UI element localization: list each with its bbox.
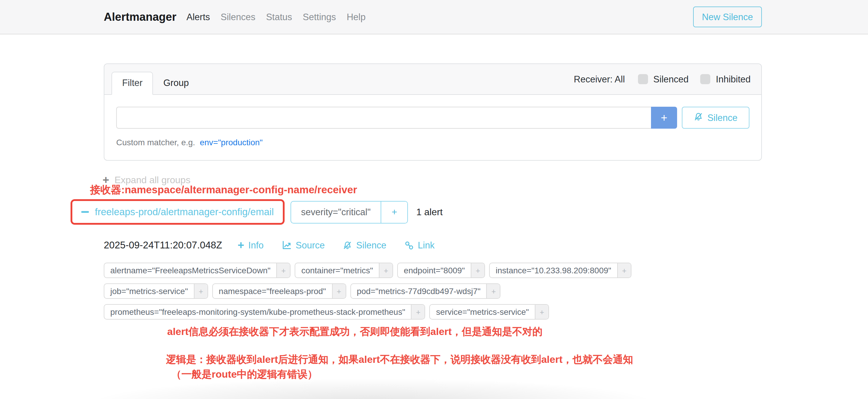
alert-count: 1 alert [416, 207, 443, 217]
annotation-logic-note: 逻辑是：接收器收到alert后进行通知，如果alert不在接收器下，说明接收器没… [166, 353, 633, 366]
filter-card: Filter Group Receiver: All Silenced Inhi… [104, 63, 762, 161]
matcher-help-text: Custom matcher, e.g. [116, 137, 195, 147]
add-label-filter-button[interactable]: + [411, 305, 425, 319]
label-text: prometheus="freeleaps-monitoring-system/… [104, 305, 411, 319]
bell-slash-icon [343, 240, 352, 250]
add-label-filter-button[interactable]: + [194, 284, 208, 298]
labels-row-2: job="metrics-service" + namespace="freel… [104, 283, 636, 299]
tab-filter[interactable]: Filter [112, 72, 153, 95]
label-text: pod="metrics-77d9cdb497-wdsj7" [351, 284, 487, 298]
nav-item-silences[interactable]: Silences [215, 11, 260, 22]
silence-button-label: Silence [707, 112, 738, 123]
bell-slash-icon [694, 112, 703, 124]
filter-card-body: + Silence Custom matcher, e.g. env="prod… [104, 95, 761, 159]
label-tag-endpoint: endpoint="8009" + [397, 263, 485, 278]
receiver-filter-label[interactable]: Receiver: All [574, 74, 625, 85]
label-tag-instance: instance="10.233.98.209:8009" + [489, 263, 631, 278]
group-matcher-add-button[interactable]: + [381, 201, 407, 223]
label-tag-namespace: namespace="freeleaps-prod" + [212, 283, 346, 299]
add-label-filter-button[interactable]: + [332, 284, 345, 298]
plus-icon: + [238, 240, 244, 250]
label-text: container="metrics" [295, 263, 379, 277]
nav-item-settings[interactable]: Settings [297, 11, 341, 22]
label-tag-prometheus: prometheus="freeleaps-monitoring-system/… [104, 304, 425, 319]
matcher-help: Custom matcher, e.g. env="production" [116, 137, 749, 147]
label-text: instance="10.233.98.209:8009" [490, 263, 617, 277]
navbar: Alertmanager Alerts Silences Status Sett… [0, 0, 868, 34]
filter-header-controls: Receiver: All Silenced Inhibited [574, 74, 754, 85]
info-action[interactable]: + Info [238, 240, 264, 250]
add-label-filter-button[interactable]: + [535, 305, 549, 319]
chart-line-icon [281, 240, 291, 250]
alert-labels: alertname="FreeleapsMetricsServiceDown" … [104, 263, 636, 325]
label-tag-job: job="metrics-service" + [104, 283, 208, 299]
nav-links: Alerts Silences Status Settings Help [181, 11, 371, 22]
alert-timestamp: 2025-09-24T11:20:07.048Z [104, 240, 222, 251]
nav-item-status[interactable]: Status [260, 11, 297, 22]
add-matcher-button[interactable]: + [651, 107, 677, 129]
annotation-highlight-box: freeleaps-prod/alertmanager-config/email [70, 199, 285, 225]
silence-action-label: Silence [356, 240, 386, 250]
tab-group[interactable]: Group [153, 72, 199, 94]
filter-card-header: Filter Group Receiver: All Silenced Inhi… [104, 64, 761, 95]
add-label-filter-button[interactable]: + [379, 263, 393, 277]
nav-item-alerts[interactable]: Alerts [181, 11, 215, 22]
source-action-label: Source [296, 240, 324, 250]
annotation-receiver-note: 接收器:namespace/altermanager-config-name/r… [90, 183, 357, 197]
add-label-filter-button[interactable]: + [487, 284, 500, 298]
silence-action[interactable]: Silence [343, 240, 386, 250]
link-chain-icon [404, 240, 413, 250]
new-silence-button[interactable]: New Silence [693, 6, 762, 27]
app-brand: Alertmanager [104, 10, 176, 23]
alert-group-row: freeleaps-prod/alertmanager-config/email… [70, 199, 443, 225]
inhibited-checkbox[interactable] [701, 74, 711, 84]
matcher-example-link[interactable]: env="production" [200, 137, 262, 147]
labels-row-3: prometheus="freeleaps-monitoring-system/… [104, 304, 636, 319]
annotation-alert-note: alert信息必须在接收器下才表示配置成功，否则即使能看到alert，但是通知是… [167, 325, 542, 339]
receiver-group-label: freeleaps-prod/alertmanager-config/email [95, 206, 274, 218]
info-action-label: Info [248, 240, 264, 250]
link-action-label: Link [418, 240, 435, 250]
bottom-shadow [48, 366, 700, 399]
group-matcher-chip: severity="critical" + [290, 201, 408, 223]
matcher-input-group: + Silence [116, 107, 749, 129]
label-text: service="metrics-service" [430, 305, 535, 319]
label-tag-alertname: alertname="FreeleapsMetricsServiceDown" … [104, 263, 290, 278]
label-text: namespace="freeleaps-prod" [213, 284, 332, 298]
labels-row-1: alertname="FreeleapsMetricsServiceDown" … [104, 263, 636, 278]
nav-item-help[interactable]: Help [341, 11, 371, 22]
group-matcher-label: severity="critical" [291, 201, 381, 223]
collapse-minus-icon [81, 211, 89, 213]
add-label-filter-button[interactable]: + [276, 263, 290, 277]
alert-meta-row: 2025-09-24T11:20:07.048Z + Info Source [104, 240, 453, 251]
label-text: alertname="FreeleapsMetricsServiceDown" [104, 263, 276, 277]
receiver-group-toggle[interactable]: freeleaps-prod/alertmanager-config/email [72, 201, 283, 223]
label-tag-pod: pod="metrics-77d9cdb497-wdsj7" + [350, 283, 501, 299]
silence-from-filter-button[interactable]: Silence [682, 107, 749, 129]
link-action[interactable]: Link [404, 240, 435, 250]
silenced-checkbox[interactable] [638, 74, 648, 84]
matcher-input[interactable] [116, 107, 651, 129]
label-text: job="metrics-service" [104, 284, 194, 298]
inhibited-label: Inhibited [716, 74, 751, 85]
alertmanager-page: Alertmanager Alerts Silences Status Sett… [0, 0, 868, 399]
label-text: endpoint="8009" [398, 263, 471, 277]
label-tag-container: container="metrics" + [295, 263, 393, 278]
add-label-filter-button[interactable]: + [617, 263, 631, 277]
add-label-filter-button[interactable]: + [471, 263, 485, 277]
annotation-route-note: （一般是route中的逻辑有错误） [172, 368, 317, 381]
source-action[interactable]: Source [281, 240, 324, 250]
label-tag-service: service="metrics-service" + [430, 304, 549, 319]
silenced-label: Silenced [653, 74, 689, 85]
